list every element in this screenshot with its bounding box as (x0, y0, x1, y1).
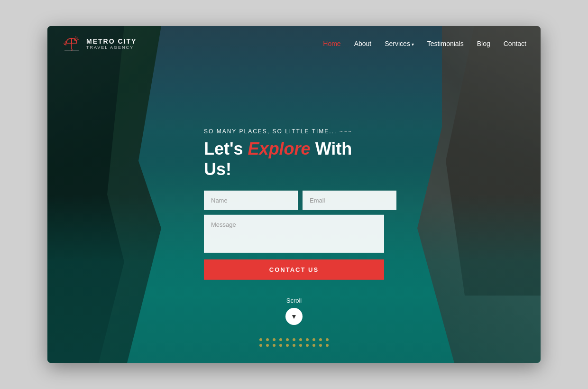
contact-submit-button[interactable]: CONTACT US (204, 259, 384, 280)
hero-tagline: SO MANY PLACES, SO LITTLE TIME... (204, 128, 384, 135)
scroll-indicator: Scroll ▼ (285, 297, 303, 325)
dot (306, 344, 309, 347)
dot (319, 344, 322, 347)
nav-item-contact[interactable]: Contact (504, 39, 526, 48)
dot (279, 344, 282, 347)
message-textarea[interactable] (204, 215, 384, 253)
logo-sub-text: TRAVEL AGENCY (86, 45, 137, 50)
name-input[interactable] (204, 191, 298, 210)
form-row-top (204, 191, 384, 210)
hero-title-before: Let's (204, 139, 248, 158)
nav-link-testimonials[interactable]: Testimonials (427, 40, 464, 47)
nav-link-about[interactable]: About (354, 40, 372, 47)
logo-icon (62, 35, 82, 53)
dot (273, 338, 276, 341)
dot (326, 338, 329, 341)
logo[interactable]: METRO CITY TRAVEL AGENCY (62, 35, 137, 53)
nav-item-services[interactable]: Services (385, 39, 413, 48)
nav-item-blog[interactable]: Blog (477, 39, 490, 48)
nav-links: Home About Services Testimonials Blog Co… (323, 39, 526, 48)
nav-item-testimonials[interactable]: Testimonials (427, 39, 464, 48)
navbar: METRO CITY TRAVEL AGENCY Home About Serv… (47, 26, 541, 61)
dot (266, 338, 269, 341)
dot (306, 338, 309, 341)
svg-line-4 (78, 37, 79, 38)
browser-window: METRO CITY TRAVEL AGENCY Home About Serv… (47, 26, 541, 363)
dot (293, 344, 295, 347)
dot (266, 344, 269, 347)
dot (299, 338, 302, 341)
nav-item-home[interactable]: Home (323, 39, 340, 48)
dot (286, 344, 289, 347)
scroll-down-button[interactable]: ▼ (285, 308, 303, 325)
dots-decoration (259, 338, 329, 350)
dot (293, 338, 295, 341)
dot (286, 338, 289, 341)
hero-title-highlight: Explore (248, 139, 311, 158)
dot (273, 344, 276, 347)
dot (279, 338, 282, 341)
dot (299, 344, 302, 347)
dot (312, 344, 315, 347)
contact-form: CONTACT US (204, 191, 384, 280)
chevron-down-icon: ▼ (291, 313, 297, 320)
logo-text: METRO CITY TRAVEL AGENCY (86, 37, 137, 50)
nav-link-blog[interactable]: Blog (477, 40, 490, 47)
hero-section: METRO CITY TRAVEL AGENCY Home About Serv… (47, 26, 541, 363)
nav-link-contact[interactable]: Contact (504, 40, 526, 47)
dot (319, 338, 322, 341)
hero-content: SO MANY PLACES, SO LITTLE TIME... Let's … (204, 128, 384, 280)
dots-row-2 (259, 344, 329, 347)
nav-link-home[interactable]: Home (323, 40, 340, 47)
nav-link-services[interactable]: Services (385, 40, 413, 47)
hero-title: Let's Explore With Us! (204, 139, 384, 179)
email-input[interactable] (303, 191, 396, 210)
dot (326, 344, 329, 347)
dot (259, 344, 262, 347)
logo-main-text: METRO CITY (86, 37, 137, 45)
nav-item-about[interactable]: About (354, 39, 372, 48)
scroll-label: Scroll (285, 297, 303, 304)
dot (259, 338, 262, 341)
dots-row-1 (259, 338, 329, 341)
dot (312, 338, 315, 341)
